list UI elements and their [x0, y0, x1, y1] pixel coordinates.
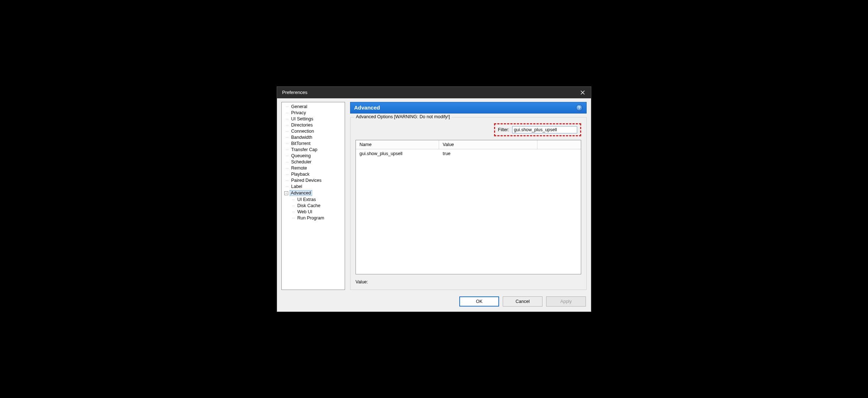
- groupbox-legend: Advanced Options [WARNING: Do not modify…: [354, 114, 452, 119]
- table-body: gui.show_plus_upsell true: [356, 149, 581, 274]
- tree-item-directories[interactable]: ⋯Directories: [283, 122, 345, 128]
- panel-header: Advanced ?: [350, 102, 587, 114]
- tree-branch-icon: ⋯: [284, 117, 290, 121]
- ok-button[interactable]: OK: [459, 296, 499, 307]
- advanced-options-group: Advanced Options [WARNING: Do not modify…: [350, 117, 587, 290]
- tree-item-playback[interactable]: ⋯Playback: [283, 171, 345, 177]
- titlebar: Preferences: [277, 87, 591, 98]
- tree-branch-icon: ⋯: [290, 198, 296, 201]
- options-table[interactable]: Name Value gui.show_plus_upsell true: [356, 140, 581, 274]
- tree-item-transfer-cap[interactable]: ⋯Transfer Cap: [283, 147, 345, 153]
- tree-item-scheduler[interactable]: ⋯Scheduler: [283, 159, 345, 165]
- tree-branch-icon: ⋯: [284, 148, 290, 151]
- filter-label: Filter:: [498, 127, 509, 132]
- tree-branch-icon: ⋯: [284, 124, 290, 127]
- tree-item-label[interactable]: ⋯Label: [283, 184, 345, 190]
- tree-item-general[interactable]: ⋯General: [283, 104, 345, 110]
- tree-branch-icon: ⋯: [284, 161, 290, 164]
- tree-item-paired-devices[interactable]: ⋯Paired Devices: [283, 177, 345, 184]
- tree-branch-icon: ⋯: [290, 204, 296, 207]
- collapse-icon[interactable]: −: [284, 191, 288, 195]
- tree-branch-icon: ⋯: [284, 136, 290, 139]
- tree-item-run-program[interactable]: ⋯Run Program: [283, 215, 345, 221]
- filter-highlight: Filter:: [494, 123, 581, 136]
- apply-button[interactable]: Apply: [546, 296, 586, 307]
- tree-branch-icon: ⋯: [284, 185, 290, 188]
- tree-branch-icon: ⋯: [284, 130, 290, 133]
- cell-value: true: [439, 149, 581, 158]
- tree-branch-icon: ⋯: [290, 210, 296, 214]
- close-icon: [580, 90, 585, 95]
- filter-input[interactable]: [512, 126, 577, 133]
- column-header-value[interactable]: Value: [439, 140, 537, 149]
- panel-title: Advanced: [354, 104, 380, 111]
- tree-item-connection[interactable]: ⋯Connection: [283, 128, 345, 134]
- tree-item-web-ui[interactable]: ⋯Web UI: [283, 209, 345, 215]
- preferences-dialog: Preferences ⋯General ⋯Privacy ⋯UI Settin…: [277, 86, 591, 312]
- tree-branch-icon: ⋯: [284, 105, 290, 108]
- tree-item-bittorrent[interactable]: ⋯BitTorrent: [283, 141, 345, 147]
- value-label: Value:: [356, 279, 368, 284]
- tree-item-remote[interactable]: ⋯Remote: [283, 165, 345, 171]
- tree-branch-icon: ⋯: [284, 111, 290, 115]
- column-header-name[interactable]: Name: [356, 140, 439, 149]
- value-edit-row: Value:: [356, 279, 581, 284]
- tree-branch-icon: ⋯: [290, 217, 296, 220]
- help-icon[interactable]: ?: [576, 104, 583, 111]
- cancel-button[interactable]: Cancel: [503, 296, 542, 307]
- tree-item-bandwidth[interactable]: ⋯Bandwidth: [283, 134, 345, 141]
- table-row[interactable]: gui.show_plus_upsell true: [356, 149, 581, 158]
- tree-branch-icon: ⋯: [284, 167, 290, 170]
- tree-item-ui-settings[interactable]: ⋯UI Settings: [283, 116, 345, 122]
- category-tree[interactable]: ⋯General ⋯Privacy ⋯UI Settings ⋯Director…: [281, 102, 345, 290]
- tree-branch-icon: ⋯: [284, 142, 290, 145]
- close-button[interactable]: [577, 89, 588, 96]
- tree-branch-icon: ⋯: [284, 179, 290, 182]
- table-header: Name Value: [356, 140, 581, 149]
- filter-row: Filter:: [356, 123, 581, 136]
- tree-branch-icon: ⋯: [284, 154, 290, 158]
- dialog-button-row: OK Cancel Apply: [277, 293, 591, 312]
- tree-branch-icon: ⋯: [284, 173, 290, 176]
- tree-item-advanced[interactable]: − Advanced: [283, 190, 345, 197]
- column-header-spacer: [537, 140, 581, 149]
- tree-item-ui-extras[interactable]: ⋯UI Extras: [283, 197, 345, 203]
- main-panel: Advanced ? Advanced Options [WARNING: Do…: [350, 102, 587, 290]
- tree-item-queueing[interactable]: ⋯Queueing: [283, 153, 345, 159]
- window-title: Preferences: [282, 90, 307, 95]
- cell-name: gui.show_plus_upsell: [356, 149, 439, 158]
- tree-item-privacy[interactable]: ⋯Privacy: [283, 110, 345, 116]
- tree-item-disk-cache[interactable]: ⋯Disk Cache: [283, 203, 345, 209]
